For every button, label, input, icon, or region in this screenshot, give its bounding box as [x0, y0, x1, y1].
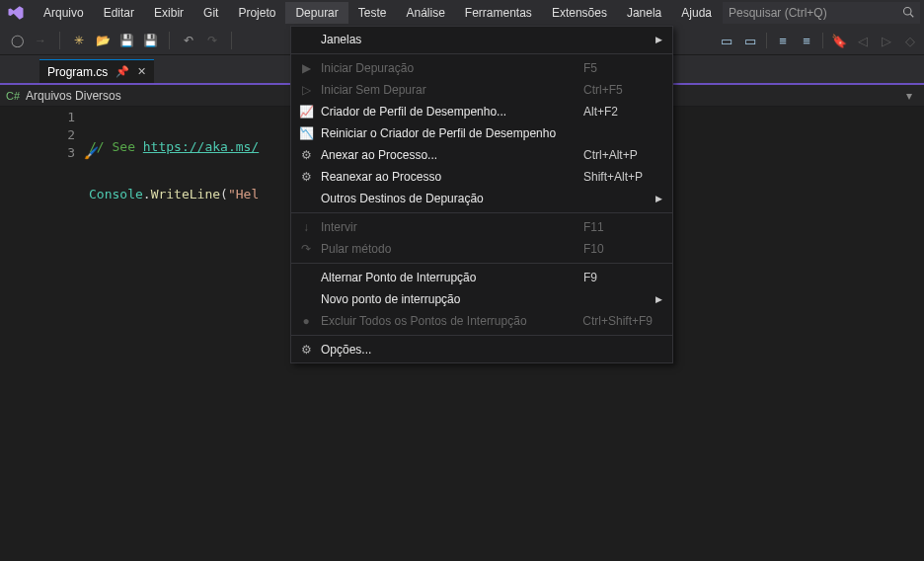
menu-item-shortcut: F5	[574, 61, 653, 75]
bookmark-icon[interactable]: 🔖	[831, 33, 847, 48]
line-number: 1	[0, 109, 75, 126]
menu-item-outros-destinos-de-depura-o[interactable]: Outros Destinos de Depuração▶	[291, 188, 672, 209]
code-type: Console	[89, 187, 143, 201]
step-over-icon: ↷	[297, 241, 315, 257]
screwdriver-icon[interactable]: 🖌️	[84, 146, 99, 160]
code-method: WriteLine	[151, 187, 220, 201]
menu-item-label: Iniciar Depuração	[321, 61, 574, 75]
menu-separator	[291, 335, 672, 336]
menu-separator	[291, 212, 672, 213]
blank-icon	[297, 32, 315, 47]
menu-item-shortcut: Ctrl+F5	[574, 83, 653, 97]
line-number: 3	[0, 144, 75, 162]
tool-icon[interactable]: ▭	[742, 33, 758, 48]
menu-item-criador-de-perfil-de-desempenho[interactable]: 📈Criador de Perfil de Desempenho...Alt+F…	[291, 101, 672, 122]
menu-janela[interactable]: Janela	[617, 2, 671, 24]
bookmark-prev-icon[interactable]: ◁	[855, 33, 871, 48]
save-icon[interactable]: 💾	[117, 32, 135, 49]
gear-icon: ⚙	[297, 342, 315, 358]
separator	[231, 32, 232, 49]
nav-fwd-icon[interactable]: →	[32, 32, 49, 49]
attach-icon: ⚙	[297, 147, 315, 163]
menu-item-intervir: ↓IntervirF11	[291, 216, 672, 238]
menu-item-shortcut: F11	[574, 220, 653, 234]
new-item-icon[interactable]: ✳	[70, 32, 88, 49]
csharp-file-icon: C#	[6, 90, 20, 102]
menu-ferramentas[interactable]: Ferramentas	[455, 2, 542, 24]
menu-item-label: Intervir	[321, 220, 574, 234]
separator	[59, 32, 60, 49]
menu-item-label: Novo ponto de interrupção	[321, 292, 574, 306]
menu-item-label: Alternar Ponto de Interrupção	[321, 271, 574, 284]
separator	[822, 33, 823, 48]
menu-separator	[291, 53, 672, 54]
menu-item-anexar-ao-processo[interactable]: ⚙Anexar ao Processo...Ctrl+Alt+P	[291, 144, 672, 166]
redo-icon[interactable]: ↷	[203, 32, 221, 49]
search-box[interactable]: Pesquisar (Ctrl+Q)	[723, 2, 920, 24]
submenu-arrow-icon: ▶	[653, 194, 662, 203]
menu-bar: ArquivoEditarExibirGitProjetoDepurarTest…	[0, 0, 924, 26]
menu-item-shortcut: Ctrl+Shift+F9	[573, 314, 653, 328]
bp-del-icon: ●	[297, 313, 315, 329]
document-tab-program[interactable]: Program.cs 📌 ✕	[39, 59, 154, 83]
menu-item-label: Janelas	[321, 33, 574, 46]
menu-item-shortcut: Shift+Alt+P	[574, 170, 653, 184]
menu-item-reiniciar-o-criador-de-perfil-de-desempenho[interactable]: 📉Reiniciar o Criador de Perfil de Desemp…	[291, 122, 672, 144]
play-outline-icon: ▷	[297, 82, 315, 98]
menu-item-alternar-ponto-de-interrup-o[interactable]: Alternar Ponto de InterrupçãoF9	[291, 267, 672, 288]
menu-item-janelas[interactable]: Janelas▶	[291, 29, 672, 50]
menu-teste[interactable]: Teste	[348, 2, 397, 24]
submenu-arrow-icon: ▶	[653, 294, 662, 304]
menu-git[interactable]: Git	[193, 2, 228, 24]
tool-icon[interactable]: ▭	[719, 33, 734, 48]
pin-icon[interactable]: 📌	[116, 65, 129, 78]
menu-item-shortcut: Ctrl+Alt+P	[574, 148, 653, 162]
menu-depurar[interactable]: Depurar	[285, 2, 347, 24]
menu-ajuda[interactable]: Ajuda	[671, 2, 722, 24]
menu-análise[interactable]: Análise	[396, 2, 454, 24]
nav-back-icon[interactable]: ◯	[8, 32, 26, 49]
perf-re-icon: 📉	[297, 125, 315, 141]
debug-menu-dropdown: Janelas▶▶Iniciar DepuraçãoF5▷Iniciar Sem…	[290, 26, 673, 363]
menu-item-label: Pular método	[321, 242, 574, 256]
breadcrumb-label[interactable]: Arquivos Diversos	[26, 89, 121, 103]
code-link[interactable]: https://aka.ms/	[143, 139, 259, 154]
code-string: "Hel	[228, 187, 259, 201]
search-icon	[902, 6, 914, 21]
menu-item-label: Criador de Perfil de Desempenho...	[321, 105, 574, 119]
menu-arquivo[interactable]: Arquivo	[34, 2, 94, 24]
svg-point-0	[904, 7, 912, 15]
menu-item-iniciar-sem-depurar: ▷Iniciar Sem DepurarCtrl+F5	[291, 79, 672, 101]
menu-item-label: Reanexar ao Processo	[321, 170, 574, 184]
step-in-icon: ↓	[297, 219, 315, 235]
search-placeholder: Pesquisar (Ctrl+Q)	[729, 6, 827, 20]
menu-item-shortcut: F10	[574, 242, 653, 256]
menu-item-iniciar-depura-o: ▶Iniciar DepuraçãoF5	[291, 57, 672, 79]
menu-item-label: Reiniciar o Criador de Perfil de Desempe…	[321, 126, 574, 140]
menu-editar[interactable]: Editar	[94, 2, 144, 24]
blank-icon	[297, 270, 315, 285]
code-area[interactable]: // See https://aka.ms/ Console.WriteLine…	[89, 107, 259, 561]
tab-title: Program.cs	[47, 65, 108, 79]
bookmark-next-icon[interactable]: ▷	[879, 33, 894, 48]
menu-item-novo-ponto-de-interrup-o[interactable]: Novo ponto de interrupção▶	[291, 288, 672, 310]
vs-logo-icon	[4, 3, 28, 23]
menu-item-excluir-todos-os-pontos-de-interrup-o: ●Excluir Todos os Pontos de InterrupçãoC…	[291, 310, 672, 332]
menu-item-reanexar-ao-processo[interactable]: ⚙Reanexar ao ProcessoShift+Alt+P	[291, 166, 672, 188]
menu-extensões[interactable]: Extensões	[542, 2, 617, 24]
bookmark-clear-icon[interactable]: ◇	[902, 33, 918, 48]
indent-icon[interactable]: ≡	[775, 33, 791, 48]
indent-icon[interactable]: ≡	[799, 33, 814, 48]
menu-item-shortcut: Alt+F2	[574, 105, 653, 119]
submenu-arrow-icon: ▶	[653, 35, 662, 44]
undo-icon[interactable]: ↶	[180, 32, 197, 49]
breadcrumb-dropdown-icon[interactable]: ▾	[900, 89, 918, 103]
menu-item-label: Excluir Todos os Pontos de Interrupção	[321, 314, 573, 328]
play-icon: ▶	[297, 60, 315, 76]
save-all-icon[interactable]: 💾	[141, 32, 159, 49]
menu-projeto[interactable]: Projeto	[228, 2, 285, 24]
menu-exibir[interactable]: Exibir	[144, 2, 193, 24]
close-icon[interactable]: ✕	[137, 65, 146, 78]
menu-item-op-es[interactable]: ⚙Opções...	[291, 339, 672, 361]
open-folder-icon[interactable]: 📂	[94, 32, 112, 49]
